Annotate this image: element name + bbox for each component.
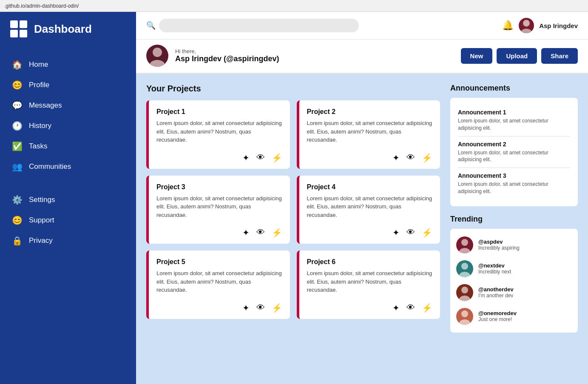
trending-info: @onemoredev Just one more! <box>478 310 517 322</box>
star-icon[interactable]: ✦ <box>242 153 250 163</box>
communities-icon: 👥 <box>12 162 22 172</box>
watch-icon[interactable]: 👁 <box>256 228 265 238</box>
upload-button[interactable]: Upload <box>497 48 537 64</box>
project-title: Project 3 <box>156 183 282 191</box>
trending-card: @aspdev Incredibly aspiring @nextdev Inc… <box>450 229 578 333</box>
topbar-user-avatar <box>519 18 534 33</box>
svg-point-1 <box>521 28 532 33</box>
project-title: Project 2 <box>307 108 433 116</box>
fork-icon[interactable]: ⚡ <box>422 303 432 313</box>
search-icon: 🔍 <box>146 21 156 30</box>
announcement-text: Lorem ipsum dolor, sit amet consectetur … <box>458 149 570 164</box>
content-area: Your Projects Project 1 Lorem ipsum dolo… <box>136 74 588 384</box>
trending-info: @aspdev Incredibly aspiring <box>478 239 520 251</box>
svg-point-6 <box>459 248 470 253</box>
announcements-title: Announcements <box>450 84 578 93</box>
project-actions: ✦ 👁 ⚡ <box>156 303 282 313</box>
announcement-item: Announcement 1 Lorem ipsum dolor, sit am… <box>458 105 570 136</box>
project-card: Project 5 Lorem ipsum dolor, sit amet co… <box>146 250 290 319</box>
project-card: Project 2 Lorem ipsum dolor, sit amet co… <box>297 100 440 169</box>
project-description: Lorem ipsum dolor, sit amet consectetur … <box>156 119 282 144</box>
project-card: Project 6 Lorem ipsum dolor, sit amet co… <box>297 250 440 319</box>
trending-item: @nextdev Incredibly next <box>456 257 572 281</box>
svg-point-9 <box>461 287 468 293</box>
sidebar-item-label: Tasks <box>29 142 47 151</box>
welcome-avatar <box>146 45 168 67</box>
sidebar-item-messages[interactable]: 💬 Messages <box>0 95 136 116</box>
star-icon[interactable]: ✦ <box>392 303 400 313</box>
sidebar-item-history[interactable]: 🕐 History <box>0 116 136 136</box>
svg-point-7 <box>461 263 468 270</box>
sidebar-item-tasks[interactable]: ✅ Tasks <box>0 136 136 156</box>
star-icon[interactable]: ✦ <box>242 228 250 238</box>
trending-description: Incredibly next <box>478 269 511 275</box>
watch-icon[interactable]: 👁 <box>406 153 415 163</box>
topbar: 🔍 🔔 Asp Iringdev <box>136 12 588 40</box>
right-panel: Announcements Announcement 1 Lorem ipsum… <box>450 84 578 374</box>
welcome-greeting: Hi there, <box>175 48 279 54</box>
sidebar-item-label: Support <box>29 216 54 225</box>
watch-icon[interactable]: 👁 <box>406 228 415 238</box>
profile-icon: 😊 <box>12 80 22 90</box>
privacy-icon: 🔒 <box>12 236 22 246</box>
svg-point-4 <box>150 60 165 67</box>
search-input[interactable] <box>159 19 359 32</box>
project-actions: ✦ 👁 ⚡ <box>307 153 433 163</box>
trending-description: Just one more! <box>478 316 517 322</box>
project-actions: ✦ 👁 ⚡ <box>307 303 433 313</box>
project-title: Project 1 <box>156 108 282 116</box>
support-icon: 😊 <box>12 215 22 225</box>
sidebar-item-communities[interactable]: 👥 Communities <box>0 156 136 177</box>
sidebar-item-label: History <box>29 122 51 130</box>
project-title: Project 4 <box>307 183 433 191</box>
announcement-title: Announcement 3 <box>458 172 570 179</box>
sidebar-header: Dashboard <box>0 12 136 46</box>
fork-icon[interactable]: ⚡ <box>422 228 432 238</box>
sidebar-item-privacy[interactable]: 🔒 Privacy <box>0 230 136 251</box>
welcome-bar: Hi there, Asp Iringdev (@aspiringdev) Ne… <box>136 40 588 74</box>
sidebar-item-settings[interactable]: ⚙️ Settings <box>0 190 136 210</box>
share-button[interactable]: Share <box>541 48 578 64</box>
project-description: Lorem ipsum dolor, sit amet consectetur … <box>307 269 433 294</box>
star-icon[interactable]: ✦ <box>392 228 400 238</box>
new-button[interactable]: New <box>461 48 493 64</box>
watch-icon[interactable]: 👁 <box>256 303 265 313</box>
svg-point-5 <box>461 239 468 246</box>
watch-icon[interactable]: 👁 <box>256 153 265 163</box>
history-icon: 🕐 <box>12 121 22 131</box>
trending-handle: @nextdev <box>478 262 511 269</box>
announcements-card: Announcement 1 Lorem ipsum dolor, sit am… <box>450 98 578 206</box>
sidebar-nav: 🏠 Home 😊 Profile 💬 Messages 🕐 History ✅ … <box>0 46 136 384</box>
trending-description: I'm another dev <box>478 293 514 299</box>
fork-icon[interactable]: ⚡ <box>272 153 282 163</box>
fork-icon[interactable]: ⚡ <box>422 153 432 163</box>
svg-point-2 <box>524 20 529 26</box>
trending-handle: @anotherdev <box>478 286 514 293</box>
main-content: 🔍 🔔 Asp Iringdev <box>136 12 588 384</box>
project-title: Project 5 <box>156 258 282 266</box>
sidebar-item-profile[interactable]: 😊 Profile <box>0 75 136 95</box>
star-icon[interactable]: ✦ <box>242 303 250 313</box>
sidebar-item-label: Messages <box>29 101 62 110</box>
project-card: Project 1 Lorem ipsum dolor, sit amet co… <box>146 100 290 169</box>
tasks-icon: ✅ <box>12 141 22 151</box>
trending-avatar <box>456 236 473 253</box>
star-icon[interactable]: ✦ <box>392 153 400 163</box>
project-description: Lorem ipsum dolor, sit amet consectetur … <box>307 194 433 219</box>
trending-item: @onemoredev Just one more! <box>456 304 572 328</box>
fork-icon[interactable]: ⚡ <box>272 303 282 313</box>
project-title: Project 6 <box>307 258 433 266</box>
watch-icon[interactable]: 👁 <box>406 303 415 313</box>
sidebar-item-support[interactable]: 😊 Support <box>0 210 136 230</box>
project-card: Project 3 Lorem ipsum dolor, sit amet co… <box>146 176 290 244</box>
project-actions: ✦ 👁 ⚡ <box>156 228 282 238</box>
fork-icon[interactable]: ⚡ <box>272 228 282 238</box>
announcement-title: Announcement 2 <box>458 141 570 148</box>
notification-bell-icon[interactable]: 🔔 <box>502 20 514 31</box>
trending-info: @anotherdev I'm another dev <box>478 286 514 299</box>
svg-point-3 <box>153 48 162 57</box>
trending-item: @anotherdev I'm another dev <box>456 281 572 304</box>
sidebar-item-home[interactable]: 🏠 Home <box>0 54 136 75</box>
svg-point-10 <box>459 296 470 301</box>
trending-handle: @aspdev <box>478 239 520 245</box>
